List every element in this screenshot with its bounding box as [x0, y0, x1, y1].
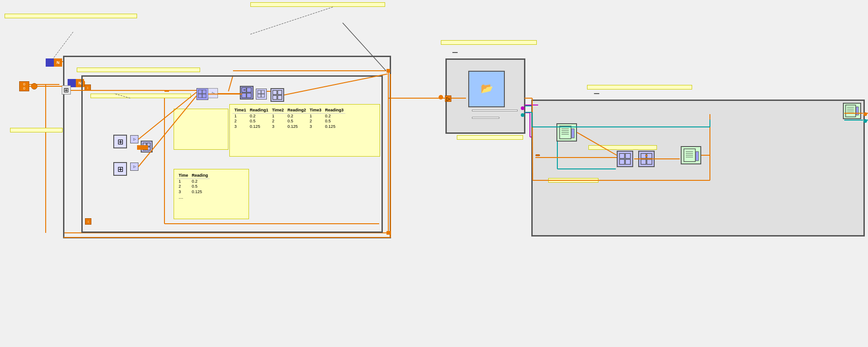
true-case-right-header [594, 93, 599, 94]
svg-rect-84 [278, 90, 282, 95]
orange-indicator [31, 83, 37, 89]
note-if-path-empty [441, 40, 537, 45]
svg-rect-37 [198, 90, 202, 94]
svg-rect-38 [202, 90, 206, 94]
note-build-2d-one-sample: TimeReading 10.2 20.5 30.125 .... [174, 169, 249, 219]
junction-top-right [386, 69, 390, 73]
note-one-sample [90, 94, 191, 98]
note-manually-append [588, 145, 657, 150]
empty-array-icon: ⊞ [62, 85, 71, 95]
selected-path-terminal [521, 106, 524, 110]
orange-terminal-right [863, 112, 867, 116]
svg-rect-49 [258, 94, 261, 97]
svg-rect-63 [619, 159, 625, 164]
i-terminal-bottom: i [85, 218, 91, 225]
small-index-reading: ▷ [130, 163, 138, 171]
loop-counter-5 [46, 58, 54, 67]
i-terminal: i [85, 84, 91, 91]
exists-label [472, 117, 499, 119]
svg-rect-42 [247, 88, 251, 92]
svg-rect-82 [856, 107, 858, 115]
note-finally-write [587, 85, 692, 89]
note-array-size [174, 109, 228, 150]
svg-rect-64 [625, 159, 630, 164]
svg-rect-39 [198, 94, 202, 98]
svg-rect-60 [572, 129, 574, 138]
read-file-icon [556, 123, 577, 142]
n-terminal-outer: N [54, 58, 62, 67]
build-array-icon-inner [196, 88, 208, 100]
svg-rect-85 [273, 95, 277, 100]
array-icon-right-1 [617, 151, 633, 167]
simulated-time-icon: ⊞ [113, 135, 127, 148]
note-let-user-save [457, 135, 523, 140]
teal-terminal-right [863, 119, 867, 123]
note-empty-array [10, 128, 63, 132]
write-file-icon [681, 146, 701, 164]
path-to-case-terminal: ▷ [445, 95, 451, 102]
constant-0-box: 00 [19, 81, 29, 91]
small-index-time: ▷ [130, 135, 138, 143]
file-dialog-icon: 📂 [468, 71, 505, 107]
svg-rect-47 [258, 90, 261, 94]
exists-terminal [521, 113, 524, 117]
note-2d-array [250, 2, 385, 7]
write-file-icon-right [843, 103, 861, 119]
build-array-main-icon [240, 86, 254, 100]
svg-rect-61 [619, 153, 625, 158]
svg-line-91 [53, 32, 73, 59]
svg-rect-68 [647, 159, 652, 164]
svg-rect-86 [278, 95, 282, 100]
note-build-samples-2d: Time1Reading1Time2Reading2Time3Reading3 … [229, 104, 380, 157]
array-size-indicator: ▷ [208, 88, 218, 98]
index-array-output [270, 88, 284, 102]
junction-bottom-right [386, 231, 390, 235]
svg-rect-44 [247, 93, 251, 98]
svg-rect-67 [641, 159, 646, 164]
svg-rect-76 [696, 152, 699, 161]
note-get-column-size [548, 178, 598, 183]
svg-rect-50 [261, 94, 265, 97]
svg-rect-43 [242, 93, 246, 98]
index-array-icon [256, 89, 267, 100]
svg-rect-83 [273, 90, 277, 95]
svg-rect-40 [202, 94, 206, 98]
true-case-left-header [452, 52, 458, 53]
svg-rect-62 [625, 153, 630, 158]
array-icon-right-2 [638, 151, 655, 167]
svg-rect-48 [261, 90, 265, 94]
svg-line-30 [250, 7, 333, 34]
selected-path-label [472, 110, 518, 111]
true-case-right [531, 100, 865, 237]
simulated-reading-icon: ⊞ [113, 162, 127, 176]
double-type-indicator [535, 154, 540, 156]
note-add-samples [77, 68, 200, 72]
note-take-5-samples [5, 14, 137, 18]
array-size-wire-h [137, 145, 148, 150]
path-terminal [439, 95, 443, 100]
